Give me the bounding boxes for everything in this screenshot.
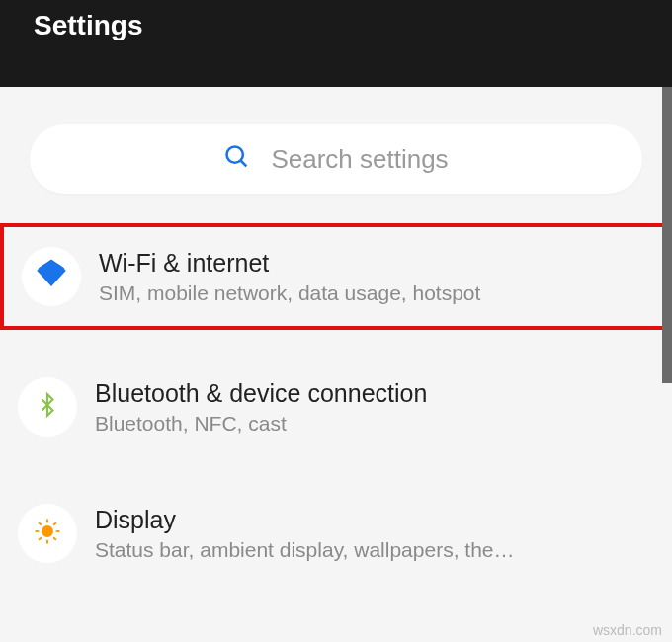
item-text: Wi-Fi & internet SIM, mobile network, da… [99, 249, 650, 305]
divider [0, 456, 672, 484]
watermark: wsxdn.com [593, 622, 662, 638]
divider [0, 330, 672, 358]
item-title: Display [95, 506, 654, 534]
svg-line-10 [53, 522, 56, 525]
item-subtitle: Bluetooth, NFC, cast [95, 412, 654, 436]
bluetooth-icon [35, 392, 60, 422]
item-subtitle: Status bar, ambient display, wallpapers,… [95, 538, 654, 562]
item-text: Bluetooth & device connection Bluetooth,… [95, 379, 654, 436]
item-subtitle: SIM, mobile network, data usage, hotspot [99, 281, 650, 305]
item-title: Wi-Fi & internet [99, 249, 650, 278]
page-title: Settings [34, 10, 142, 41]
item-title: Bluetooth & device connection [95, 379, 654, 408]
settings-item-wifi[interactable]: Wi-Fi & internet SIM, mobile network, da… [0, 223, 672, 330]
svg-line-8 [53, 537, 56, 540]
settings-item-display[interactable]: Display Status bar, ambient display, wal… [0, 484, 672, 583]
icon-circle [18, 504, 77, 563]
icon-circle [18, 377, 77, 437]
wifi-icon [36, 259, 67, 294]
icon-circle [22, 247, 81, 306]
header: Settings [0, 0, 672, 87]
search-placeholder: Search settings [271, 144, 448, 175]
svg-point-0 [227, 147, 243, 163]
svg-point-2 [42, 526, 52, 536]
search-container: Search settings [0, 87, 672, 223]
search-bar[interactable]: Search settings [30, 124, 642, 194]
svg-line-9 [39, 537, 42, 540]
brightness-icon [33, 517, 62, 550]
content: Search settings Wi-Fi & internet SIM, mo… [0, 87, 672, 642]
item-text: Display Status bar, ambient display, wal… [95, 506, 654, 562]
scrollbar[interactable] [662, 87, 672, 383]
search-icon [223, 143, 251, 175]
settings-item-bluetooth[interactable]: Bluetooth & device connection Bluetooth,… [0, 358, 672, 456]
svg-line-7 [39, 522, 42, 525]
svg-line-1 [241, 161, 247, 167]
